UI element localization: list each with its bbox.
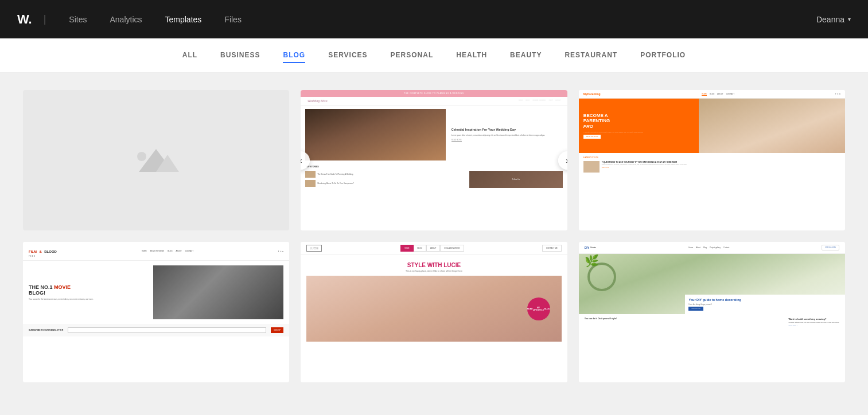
- user-menu[interactable]: Deanna ▾: [816, 15, 851, 24]
- diy-blog-btn: Read the blog: [688, 307, 703, 311]
- templates-row-1: ‹ THE COMPLETE GUIDE TO PLANNING A WEDDI…: [23, 90, 845, 230]
- wedding-hero-image: [305, 109, 445, 160]
- parenting-hero-left: BECOME A PARENTING PRO A parenting blog …: [579, 99, 699, 153]
- movie-hero-title: THE NO.1 MOVIE BLOG!: [29, 284, 149, 297]
- template-card-placeholder[interactable]: [23, 90, 289, 230]
- diy-hero-title: Your DIY guide to home decorating: [688, 298, 842, 302]
- nav-templates[interactable]: Templates: [154, 0, 213, 38]
- lucie-logo: LUCIE: [306, 245, 322, 252]
- lucie-tab-home: HOME: [400, 245, 414, 252]
- nav-analytics[interactable]: Analytics: [98, 0, 153, 38]
- parenting-nav: MyParenting HOME BLOG ABOUT CONTACT ftin: [579, 90, 845, 99]
- templates-container: ‹ THE COMPLETE GUIDE TO PLANNING A WEDDI…: [0, 73, 868, 411]
- lucie-tab-collaborations: COLLABORATIONS: [440, 245, 464, 252]
- wedding-preview: THE COMPLETE GUIDE TO PLANNING A WEDDING…: [301, 90, 567, 230]
- post-read-more: Read more: [602, 167, 687, 169]
- template-card-parenting[interactable]: MyParenting HOME BLOG ABOUT CONTACT ftin: [579, 90, 845, 230]
- cat-personal[interactable]: PERSONAL: [391, 48, 434, 63]
- follow-us-box: Follow Us: [469, 171, 563, 188]
- wedding-title: Celestial Inspiration For Your Wedding D…: [451, 128, 559, 132]
- couple-photo: [305, 109, 445, 160]
- wedding-stories: The Stress-Free Guide To Planning A Wedd…: [301, 170, 567, 188]
- parenting-read-btn: READ THE BLOG: [583, 135, 601, 139]
- latest-posts-section: LATEST POSTS 7 QUESTIONS TO ASK YOURSELF…: [579, 153, 845, 176]
- movie-nav: FILM & BLOOD FEED HOME MOVIE REVIEWS BLO…: [23, 242, 289, 261]
- lucie-tab-blog: BLOG: [414, 245, 426, 252]
- diy-phone: 555-555-5555: [822, 245, 839, 250]
- wedding-body: Lorem ipsum dolor sit amet, consectetur …: [451, 134, 559, 136]
- cat-business[interactable]: BUSINESS: [220, 48, 260, 63]
- story-text-1: The Stress-Free Guide To Planning A Wedd…: [317, 173, 353, 175]
- lucie-hero-image: READ MY LIFESTYLE BLOG: [306, 276, 561, 342]
- nav-files[interactable]: Files: [213, 0, 253, 38]
- newsletter-btn: SIGN UP: [271, 327, 283, 333]
- diy-preview: DIY Guides Home About Blog Project galle…: [579, 242, 845, 382]
- cat-all[interactable]: ALL: [182, 48, 197, 63]
- templates-row-2: FILM & BLOOD FEED HOME MOVIE REVIEWS BLO…: [23, 242, 845, 382]
- top-stories-label: TOP STORIES: [301, 164, 567, 170]
- placeholder-icon: [133, 146, 179, 175]
- diy-footer: You can do it. Do it yourself style! Wan…: [579, 314, 845, 330]
- diy-logo: DIY Guides: [585, 246, 597, 249]
- story-thumb-2: [305, 180, 316, 187]
- diy-footer-left: You can do it. Do it yourself style!: [585, 318, 617, 320]
- lucie-read-btn: READ MY LIFESTYLE BLOG: [527, 297, 550, 320]
- diy-hero-sub: Here fun doing things yourself.: [688, 303, 842, 306]
- parenting-photo: [699, 99, 845, 153]
- category-nav: ALL BUSINESS BLOG SERVICES PERSONAL HEAL…: [0, 38, 868, 73]
- parenting-hero: BECOME A PARENTING PRO A parenting blog …: [579, 99, 845, 153]
- wedding-hero: Celestial Inspiration For Your Wedding D…: [305, 109, 562, 160]
- wedding-header-bar: THE COMPLETE GUIDE TO PLANNING A WEDDING: [301, 90, 567, 97]
- follow-us-label: Follow Us: [512, 178, 520, 181]
- chevron-down-icon: ▾: [848, 16, 851, 22]
- wedding-hero-text: Celestial Inspiration For Your Wedding D…: [448, 109, 563, 160]
- svg-point-2: [137, 152, 146, 161]
- movie-social: ftin: [278, 250, 283, 253]
- story-item-1: The Stress-Free Guide To Planning A Wedd…: [301, 170, 469, 179]
- header: W. | Sites Analytics Templates Files Dea…: [0, 0, 868, 38]
- template-card-movie[interactable]: FILM & BLOOD FEED HOME MOVIE REVIEWS BLO…: [23, 242, 289, 382]
- story-list: The Stress-Free Guide To Planning A Wedd…: [301, 170, 469, 188]
- cat-services[interactable]: SERVICES: [328, 48, 367, 63]
- cat-beauty[interactable]: BEAUTY: [510, 48, 542, 63]
- cat-portfolio[interactable]: PORTFOLIO: [640, 48, 686, 63]
- template-card-wedding[interactable]: ‹ THE COMPLETE GUIDE TO PLANNING A WEDDI…: [301, 90, 567, 230]
- parenting-social: ftin: [835, 93, 840, 95]
- header-left: W. | Sites Analytics Templates Files: [17, 0, 253, 38]
- template-card-diy[interactable]: DIY Guides Home About Blog Project galle…: [579, 242, 845, 382]
- cat-restaurant[interactable]: RESTAURANT: [565, 48, 617, 63]
- diy-footer-body: We have detailed plans, cut lists shoppi…: [788, 322, 839, 324]
- story-thumb-1: [305, 171, 316, 178]
- lucie-preview: LUCIE HOME BLOG ABOUT COLLABORATIONS CON…: [301, 242, 567, 382]
- newsletter-input-box: [68, 327, 266, 333]
- wedding-nav-links: HOME BLOG Wedding Inspirations About Con…: [519, 99, 560, 103]
- lucie-title: STYLE WITH LUCIE: [407, 262, 461, 268]
- lucie-tab-about: ABOUT: [426, 245, 440, 252]
- diy-nav-links: Home About Blog Project gallery Contact: [688, 246, 729, 249]
- logo: W.: [17, 12, 32, 27]
- movie-nav-links: HOME MOVIE REVIEWS BLOG ABOUT CONTACT: [142, 250, 193, 252]
- story-text-2: Wondering Where To Go On Your Honeymoon?: [317, 182, 353, 185]
- wreath-decoration: 🌿: [582, 257, 616, 303]
- cat-blog[interactable]: BLOG: [283, 48, 305, 63]
- parenting-logo: MyParenting: [583, 92, 601, 96]
- nav-sites[interactable]: Sites: [57, 0, 98, 38]
- parenting-hero-title: BECOME A PARENTING PRO: [583, 113, 694, 130]
- leaf-icon: 🌿: [585, 254, 599, 268]
- cat-health[interactable]: HEALTH: [456, 48, 487, 63]
- lucie-nav: LUCIE HOME BLOG ABOUT COLLABORATIONS CON…: [301, 242, 567, 255]
- movie-hero: THE NO.1 MOVIE BLOG! Your source for the…: [23, 261, 289, 324]
- diy-nav: DIY Guides Home About Blog Project galle…: [579, 242, 845, 254]
- template-card-lucie[interactable]: LUCIE HOME BLOG ABOUT COLLABORATIONS CON…: [301, 242, 567, 382]
- story-item-2: Wondering Where To Go On Your Honeymoon?: [301, 179, 469, 188]
- lucie-contact-btn: CONTACT ME: [542, 245, 562, 252]
- lucie-tabs: HOME BLOG ABOUT COLLABORATIONS: [400, 245, 464, 252]
- movie-hero-text: THE NO.1 MOVIE BLOG! Your source for the…: [29, 265, 149, 319]
- fashion-photo: [306, 276, 561, 342]
- movie-hero-image: [153, 265, 283, 319]
- latest-posts-title: LATEST POSTS: [583, 156, 840, 159]
- post-item: 7 QUESTIONS TO ASK YOURSELF IF YOU HATE …: [583, 161, 840, 173]
- parenting-logo-colored: Parenting: [587, 92, 601, 96]
- parenting-hero-image: [699, 99, 845, 153]
- diy-footer-right: Want to build something amazing? We have…: [788, 318, 839, 327]
